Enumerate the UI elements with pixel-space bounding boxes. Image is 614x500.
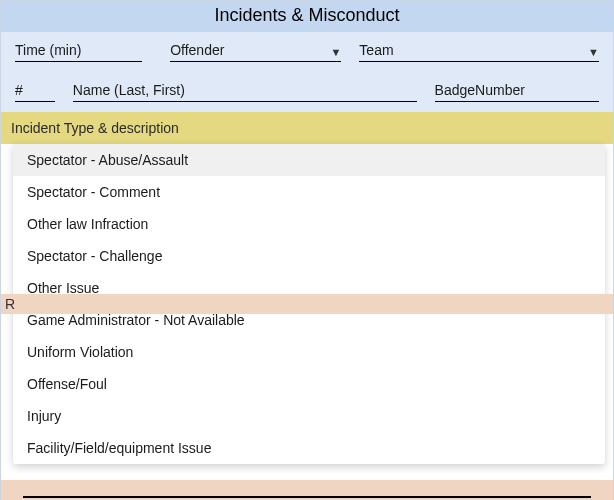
team-select[interactable]: Team ▼ — [359, 42, 599, 62]
dropdown-item[interactable]: Injury — [13, 400, 605, 432]
row-2: # Name (Last, First) BadgeNumber — [1, 72, 613, 112]
time-label: Time (min) — [15, 42, 81, 58]
team-label: Team — [359, 42, 393, 58]
time-field[interactable]: Time (min) — [15, 42, 142, 62]
offender-select[interactable]: Offender ▼ — [170, 42, 341, 62]
chevron-down-icon: ▼ — [588, 46, 599, 58]
dropdown-item[interactable]: Spectator - Comment — [13, 176, 605, 208]
dropdown-item[interactable]: Other law Infraction — [13, 208, 605, 240]
dropdown-item[interactable]: Facility/Field/equipment Issue — [13, 432, 605, 464]
row-1: Time (min) Offender ▼ Team ▼ — [1, 32, 613, 72]
dropdown-item[interactable]: Spectator - Challenge — [13, 240, 605, 272]
number-label: # — [15, 82, 23, 98]
offender-label: Offender — [170, 42, 224, 58]
title-bar: Incidents & Misconduct — [1, 1, 613, 32]
dropdown-item[interactable]: Uniform Violation — [13, 336, 605, 368]
chevron-down-icon: ▼ — [330, 46, 341, 58]
name-label: Name (Last, First) — [73, 82, 185, 98]
report-text-line[interactable] — [23, 496, 591, 498]
badge-field[interactable]: BadgeNumber — [435, 82, 599, 102]
incidents-form: Incidents & Misconduct Time (min) Offend… — [0, 0, 614, 500]
report-section — [1, 480, 613, 500]
dropdown-item[interactable]: Spectator - Abuse/Assault — [13, 144, 605, 176]
name-field[interactable]: Name (Last, First) — [73, 82, 417, 102]
dropdown-item[interactable]: Offense/Foul — [13, 368, 605, 400]
peeking-row-label: R — [5, 296, 15, 312]
incident-type-header: Incident Type & description — [1, 112, 613, 144]
number-field[interactable]: # — [15, 82, 55, 102]
badge-label: BadgeNumber — [435, 82, 525, 98]
